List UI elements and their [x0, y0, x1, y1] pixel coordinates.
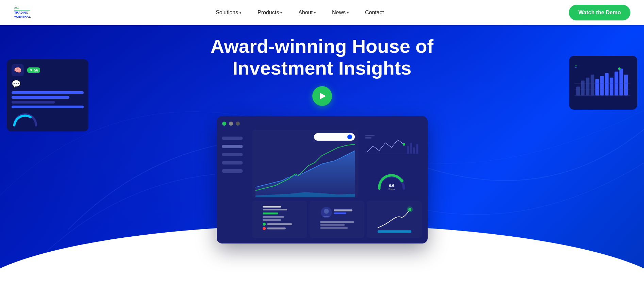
watch-demo-button[interactable]: Watch the Demo	[569, 5, 630, 20]
svg-rect-48	[320, 224, 345, 226]
dashboard-bottom-row: ●	[252, 201, 422, 238]
bottom-card-2-content	[312, 203, 362, 234]
svg-text:Strong: Strong	[388, 188, 395, 190]
svg-rect-9	[581, 81, 585, 96]
hero-section: 🧠 ▼ 56 💬	[0, 25, 644, 299]
svg-text:●: ●	[409, 208, 410, 211]
svg-rect-35	[263, 209, 287, 210]
dot-red	[236, 122, 240, 126]
dashboard-mockup: 6.6 Strong	[217, 116, 428, 243]
dashboard-right-col: 6.6 Strong	[361, 130, 422, 198]
play-icon	[320, 93, 326, 99]
svg-rect-30	[365, 137, 371, 139]
bar-1	[12, 91, 84, 94]
svg-rect-6	[575, 66, 577, 66]
widget-bars	[12, 91, 84, 127]
svg-rect-42	[267, 227, 285, 229]
svg-rect-8	[576, 86, 580, 95]
svg-rect-14	[605, 73, 609, 96]
bottom-card-1	[252, 201, 307, 238]
bar-4	[12, 106, 84, 108]
main-chart-svg	[255, 143, 355, 198]
sidebar-item-1	[222, 137, 243, 140]
logo-icon: 25th TRADING +CENTRAL	[14, 4, 31, 21]
dot-green	[222, 122, 226, 126]
widget-badge: ▼ 56	[27, 67, 40, 73]
nav-item-solutions[interactable]: Solutions ▾	[208, 0, 249, 25]
svg-rect-37	[263, 216, 284, 218]
bar-2	[12, 96, 69, 99]
svg-point-44	[324, 209, 329, 214]
dashboard-top-row: 6.6 Strong	[252, 130, 422, 198]
search-icon	[347, 135, 352, 139]
dashboard-main: 6.6 Strong	[252, 130, 422, 238]
svg-rect-13	[600, 76, 604, 95]
dot-yellow	[229, 122, 233, 126]
svg-rect-29	[365, 135, 374, 136]
svg-rect-12	[595, 79, 599, 95]
chevron-down-icon: ▾	[314, 11, 316, 15]
chevron-down-icon: ▾	[347, 11, 349, 15]
mini-chart	[361, 130, 422, 162]
svg-rect-38	[263, 219, 281, 221]
svg-rect-45	[334, 209, 352, 211]
bottom-card-3-content: ●	[370, 203, 419, 234]
right-widget-chart	[573, 60, 633, 104]
svg-point-23	[402, 143, 405, 145]
sidebar-item-2	[222, 145, 243, 148]
nav-item-about[interactable]: About ▾	[290, 0, 324, 25]
play-button[interactable]	[312, 86, 332, 106]
dashboard-content: 6.6 Strong	[222, 130, 422, 238]
right-widget	[569, 56, 637, 110]
bar-3	[12, 101, 55, 104]
chevron-down-icon: ▾	[280, 11, 282, 15]
widget-brain-icon: 🧠	[12, 64, 24, 76]
svg-text:6.6: 6.6	[389, 184, 394, 188]
logo[interactable]: 25th TRADING +CENTRAL	[14, 4, 31, 21]
svg-rect-46	[334, 213, 346, 214]
svg-rect-49	[320, 227, 348, 229]
sidebar-item-4	[222, 161, 243, 164]
svg-rect-40	[267, 223, 292, 225]
svg-rect-15	[610, 78, 613, 96]
svg-rect-17	[620, 68, 623, 95]
svg-rect-47	[320, 221, 354, 223]
navbar: 25th TRADING +CENTRAL Solutions ▾ Produc…	[0, 0, 644, 25]
svg-point-22	[618, 67, 621, 70]
hero-title: Award-winning House of Investment Insigh…	[211, 25, 433, 86]
dashboard-sidebar	[222, 130, 249, 238]
nav-links: Solutions ▾ Products ▾ About ▾ News ▾ Co…	[208, 0, 392, 25]
svg-rect-27	[413, 147, 415, 154]
gauge-card: 6.6 Strong	[361, 165, 422, 197]
dashboard-titlebar	[222, 122, 422, 126]
bottom-card-1-content	[255, 203, 304, 234]
svg-point-39	[263, 222, 266, 225]
gauge-arc	[12, 112, 39, 127]
play-button-wrap	[312, 86, 332, 106]
left-widget: 🧠 ▼ 56 💬	[7, 59, 88, 131]
svg-rect-53	[378, 230, 411, 233]
svg-rect-10	[586, 78, 590, 96]
search-bar	[314, 133, 355, 141]
bottom-card-2	[310, 201, 364, 238]
svg-rect-11	[591, 75, 594, 96]
bottom-card-3: ●	[367, 201, 422, 238]
svg-rect-25	[407, 146, 409, 154]
chevron-down-icon: ▾	[240, 11, 241, 15]
chat-icon: 💬	[12, 80, 84, 89]
svg-rect-7	[575, 67, 576, 68]
sidebar-item-3	[222, 153, 243, 156]
nav-item-contact[interactable]: Contact	[357, 0, 392, 25]
svg-text:TRADING: TRADING	[14, 11, 28, 14]
svg-point-41	[263, 227, 266, 230]
svg-rect-28	[416, 144, 418, 154]
svg-text:25th: 25th	[14, 6, 19, 10]
svg-rect-26	[410, 143, 412, 154]
nav-item-news[interactable]: News ▾	[324, 0, 357, 25]
mini-chart-svg	[364, 132, 419, 156]
svg-rect-18	[624, 75, 628, 96]
sidebar-item-5	[222, 169, 243, 173]
svg-rect-34	[263, 206, 281, 207]
nav-item-products[interactable]: Products ▾	[249, 0, 290, 25]
svg-point-31	[400, 179, 403, 183]
